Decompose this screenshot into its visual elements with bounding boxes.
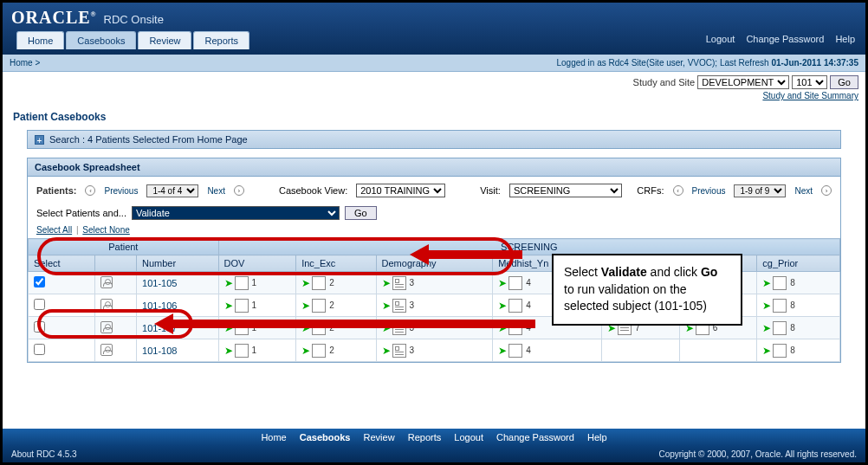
crf-next-icon[interactable]: › (821, 185, 832, 196)
cell-select (29, 272, 95, 294)
crf-icon[interactable] (508, 299, 522, 313)
col-number[interactable]: Number (137, 255, 219, 272)
arrow-icon: ➤ (301, 300, 310, 311)
crf-icon[interactable] (235, 344, 249, 358)
footer-help[interactable]: Help (587, 432, 607, 442)
product-name: RDC Onsite (104, 13, 164, 26)
crfs-next[interactable]: Next (794, 186, 813, 196)
crfs-range[interactable]: 1-9 of 9 (734, 184, 786, 197)
crf-icon[interactable] (392, 276, 406, 290)
patient-link[interactable]: 101-107 (142, 323, 177, 333)
crf-icon[interactable] (508, 344, 522, 358)
crfs-prev[interactable]: Previous (692, 186, 726, 196)
crf-icon[interactable] (508, 276, 522, 290)
copyright-text: Copyright © 2000, 2007, Oracle. All righ… (658, 449, 857, 459)
cell-icon (95, 317, 137, 339)
crf-icon[interactable] (235, 321, 249, 335)
arrow-icon: ➤ (224, 323, 233, 333)
site-select[interactable]: 101 (792, 75, 827, 89)
select-links: Select All | Select None (28, 225, 840, 238)
casebook-view-select[interactable]: 2010 TRAINING (356, 184, 445, 197)
cell-number: 101-106 (137, 294, 219, 317)
tab-casebooks[interactable]: Casebooks (66, 31, 136, 49)
row-checkbox[interactable] (34, 276, 45, 287)
next-icon[interactable]: › (234, 185, 244, 196)
crf-icon[interactable] (235, 299, 249, 313)
cell-medh2 (602, 339, 680, 362)
crf-icon[interactable] (773, 344, 787, 358)
study-site-summary-link[interactable]: Study and Site Summary (10, 91, 858, 100)
footer-logout[interactable]: Logout (454, 432, 483, 442)
col-inc-exc[interactable]: Inc_Exc (296, 255, 376, 272)
tab-home[interactable]: Home (16, 31, 64, 49)
visit-select[interactable]: SCREENING (509, 184, 622, 197)
footer-change-pw[interactable]: Change Password (496, 432, 574, 442)
action-select[interactable]: Validate (132, 206, 340, 220)
crf-icon[interactable] (508, 321, 522, 335)
crf-icon[interactable] (773, 276, 787, 290)
crf-icon[interactable] (312, 321, 326, 335)
patients-range[interactable]: 1-4 of 4 (146, 184, 198, 197)
row-checkbox[interactable] (34, 321, 45, 333)
col-demography[interactable]: Demography (376, 255, 493, 272)
crf-icon[interactable] (392, 344, 406, 358)
cell-inc-exc: ➤2 (296, 294, 376, 317)
col-dov[interactable]: DOV (218, 255, 296, 272)
footer-casebooks[interactable]: Casebooks (300, 432, 351, 442)
cell-select (29, 294, 95, 317)
crf-icon[interactable] (773, 299, 787, 313)
nav-controls-row: Patients: ‹ Previous 1-4 of 4 Next › Cas… (28, 177, 840, 201)
breadcrumb[interactable]: Home > (10, 58, 40, 68)
study-select[interactable]: DEVELOPMENT (697, 75, 789, 89)
crf-icon[interactable] (235, 276, 249, 290)
col-group-patient: Patient (29, 239, 219, 255)
about-text[interactable]: About RDC 4.5.3 (11, 449, 77, 459)
crf-icon[interactable] (312, 276, 326, 290)
cell-dov: ➤1 (218, 317, 296, 339)
row-checkbox[interactable] (34, 299, 45, 310)
cell-select (29, 317, 95, 339)
action-label: Select Patients and... (36, 208, 126, 218)
study-site-label: Study and Site (633, 77, 696, 87)
arrow-icon: ➤ (224, 278, 233, 288)
help-link[interactable]: Help (835, 34, 855, 44)
arrow-icon: ➤ (382, 346, 391, 356)
patients-label: Patients: (36, 185, 76, 196)
footer-review[interactable]: Review (364, 432, 395, 442)
cell-cg-prior: ➤8 (757, 294, 840, 317)
crf-icon[interactable] (392, 299, 406, 313)
crf-prev-icon[interactable]: ‹ (673, 185, 683, 196)
arrow-icon: ➤ (301, 278, 310, 288)
arrow-icon: ➤ (498, 300, 507, 311)
cell-inc-exc: ➤2 (296, 339, 376, 362)
patient-link[interactable]: 101-108 (142, 346, 177, 356)
cell-number: 101-107 (137, 317, 219, 339)
expand-icon[interactable]: + (35, 135, 44, 145)
patient-link[interactable]: 101-105 (142, 278, 177, 288)
tab-review[interactable]: Review (138, 31, 191, 49)
row-checkbox[interactable] (34, 344, 45, 355)
logout-link[interactable]: Logout (706, 34, 735, 44)
crf-icon[interactable] (392, 321, 406, 335)
patients-prev[interactable]: Previous (104, 186, 138, 196)
footer-home[interactable]: Home (261, 432, 286, 442)
tab-reports[interactable]: Reports (193, 31, 249, 49)
patients-next[interactable]: Next (207, 186, 225, 196)
cell-icon (95, 272, 137, 294)
col-select: Select (29, 255, 95, 272)
action-go-button[interactable]: Go (345, 206, 377, 220)
crf-icon[interactable] (312, 299, 326, 313)
select-all-link[interactable]: Select All (36, 225, 72, 235)
col-cg-prior[interactable]: cg_Prior (757, 255, 840, 272)
cell-demo: ➤3 (376, 339, 493, 362)
change-password-link[interactable]: Change Password (746, 34, 824, 44)
patient-link[interactable]: 101-106 (142, 300, 177, 311)
crf-icon[interactable] (312, 344, 326, 358)
breadcrumb-bar: Home > Logged in as Rdc4 Site(Site user,… (3, 55, 865, 72)
arrow-icon: ➤ (382, 278, 391, 288)
study-go-button[interactable]: Go (830, 75, 858, 89)
crf-icon[interactable] (773, 321, 787, 335)
footer-reports[interactable]: Reports (408, 432, 442, 442)
prev-icon[interactable]: ‹ (85, 185, 95, 196)
select-none-link[interactable]: Select None (82, 225, 129, 235)
